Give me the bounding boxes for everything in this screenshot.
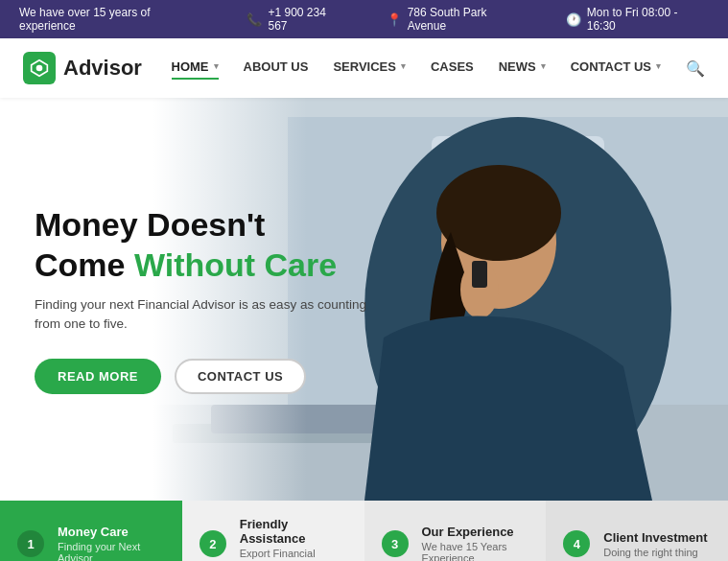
address-item: 📍 786 South Park Avenue bbox=[387, 6, 528, 33]
card-4-text: Client Investment Doing the right thing bbox=[603, 530, 707, 558]
card-2-sub: Export Financial Advice bbox=[240, 548, 347, 561]
phone-number: +1 900 234 567 bbox=[268, 6, 347, 33]
logo-text: Advisor bbox=[63, 56, 142, 81]
svg-point-1 bbox=[36, 65, 43, 72]
card-4-number: 4 bbox=[563, 530, 590, 557]
card-3[interactable]: 3 Our Experience We have 15 Years Experi… bbox=[364, 501, 547, 561]
card-2-number: 2 bbox=[200, 530, 226, 557]
hero-content: Money Doesn't Come Without Care Finding … bbox=[0, 204, 422, 395]
clock-icon: 🕐 bbox=[566, 12, 581, 27]
top-bar: We have over 15 years of experience 📞 +1… bbox=[0, 0, 728, 38]
contact-caret: ▾ bbox=[656, 61, 661, 71]
hero-subtitle: Finding your next Financial Advisor is a… bbox=[35, 295, 387, 335]
svg-rect-14 bbox=[472, 261, 487, 288]
card-3-title: Our Experience bbox=[422, 525, 529, 539]
card-1-text: Money Care Finding your Next Advisor bbox=[58, 525, 165, 562]
header: Advisor HOME ▾ ABOUT US SERVICES ▾ CASES… bbox=[0, 38, 728, 98]
hours-item: 🕐 Mon to Fri 08:00 - 16:30 bbox=[566, 6, 709, 33]
card-3-text: Our Experience We have 15 Years Experien… bbox=[422, 525, 529, 562]
search-icon[interactable]: 🔍 bbox=[686, 59, 705, 78]
read-more-button[interactable]: READ MORE bbox=[35, 359, 161, 394]
phone-item: 📞 +1 900 234 567 bbox=[247, 6, 347, 33]
card-2-title: Friendly Assistance bbox=[240, 517, 347, 546]
contact-us-button[interactable]: CONTACT US bbox=[175, 359, 306, 394]
nav-cases[interactable]: CASES bbox=[431, 59, 474, 78]
home-caret: ▾ bbox=[214, 61, 219, 71]
main-nav: HOME ▾ ABOUT US SERVICES ▾ CASES NEWS ▾ … bbox=[172, 59, 705, 78]
card-2-text: Friendly Assistance Export Financial Adv… bbox=[240, 517, 347, 561]
hero-section: Money Doesn't Come Without Care Finding … bbox=[0, 98, 728, 501]
card-4-title: Client Investment bbox=[603, 530, 707, 545]
card-4[interactable]: 4 Client Investment Doing the right thin… bbox=[546, 501, 728, 561]
hero-title: Money Doesn't Come Without Care bbox=[35, 204, 387, 286]
nav-news[interactable]: NEWS ▾ bbox=[499, 59, 546, 78]
tagline-text: We have over 15 years of experience bbox=[19, 6, 208, 33]
location-icon: 📍 bbox=[387, 12, 402, 27]
services-caret: ▾ bbox=[401, 61, 406, 71]
news-caret: ▾ bbox=[541, 61, 546, 71]
phone-icon: 📞 bbox=[247, 12, 262, 27]
nav-home[interactable]: HOME ▾ bbox=[172, 59, 219, 78]
hero-title-line2: Come Without Care bbox=[35, 246, 337, 283]
hours-text: Mon to Fri 08:00 - 16:30 bbox=[587, 6, 709, 33]
card-3-number: 3 bbox=[382, 530, 409, 557]
logo-icon bbox=[23, 52, 56, 84]
card-4-sub: Doing the right thing bbox=[603, 547, 707, 558]
card-1-title: Money Care bbox=[58, 525, 165, 539]
nav-about[interactable]: ABOUT US bbox=[244, 59, 309, 78]
logo[interactable]: Advisor bbox=[23, 52, 142, 84]
hero-buttons: READ MORE CONTACT US bbox=[35, 359, 387, 394]
address-text: 786 South Park Avenue bbox=[408, 6, 528, 33]
tagline-item: We have over 15 years of experience bbox=[19, 6, 208, 33]
card-2[interactable]: 2 Friendly Assistance Export Financial A… bbox=[182, 501, 364, 561]
card-1-number: 1 bbox=[17, 530, 44, 557]
card-3-sub: We have 15 Years Experience bbox=[422, 541, 529, 562]
card-1-sub: Finding your Next Advisor bbox=[58, 541, 165, 562]
feature-cards: 1 Money Care Finding your Next Advisor 2… bbox=[0, 501, 728, 561]
card-1[interactable]: 1 Money Care Finding your Next Advisor bbox=[0, 501, 182, 561]
nav-contact[interactable]: CONTACT US ▾ bbox=[571, 59, 661, 78]
nav-services[interactable]: SERVICES ▾ bbox=[333, 59, 406, 78]
